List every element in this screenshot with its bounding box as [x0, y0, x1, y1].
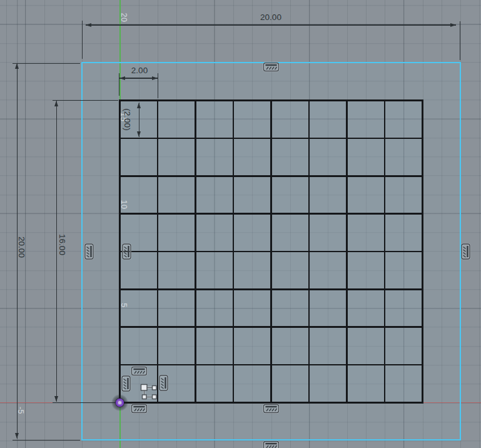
constraint-badge-icon[interactable]: [460, 243, 470, 260]
origin-point-icon[interactable]: [116, 399, 124, 407]
dimension-value[interactable]: (2.00): [123, 108, 132, 130]
grid-horizontal-line[interactable]: [119, 251, 423, 253]
constraint-badge-icon[interactable]: [84, 243, 94, 260]
dimension-value[interactable]: 16.00: [58, 234, 67, 255]
constraint-badge-icon[interactable]: [263, 404, 280, 414]
grid-horizontal-line[interactable]: [119, 213, 423, 215]
sketch-grid-lines[interactable]: [0, 0, 481, 448]
grid-horizontal-line[interactable]: [119, 326, 423, 328]
grid-horizontal-line[interactable]: [119, 364, 423, 366]
grid-horizontal-line[interactable]: [119, 138, 423, 140]
constraint-badge-icon[interactable]: [158, 375, 168, 392]
dimension-value[interactable]: 2.00: [131, 66, 148, 75]
rectangular-pattern-icon[interactable]: [139, 382, 159, 401]
grid-horizontal-line[interactable]: [119, 175, 423, 177]
constraint-badge-icon[interactable]: [263, 62, 280, 72]
dimension-value[interactable]: 20.00: [17, 237, 26, 258]
constraint-badge-icon[interactable]: [121, 243, 131, 260]
constraint-badge-icon[interactable]: [263, 440, 280, 448]
constraint-badge-icon[interactable]: [131, 366, 148, 376]
grid-horizontal-line[interactable]: [119, 288, 423, 290]
constraint-badge-icon[interactable]: [131, 404, 148, 414]
constraint-badge-icon[interactable]: [121, 375, 131, 392]
grid-horizontal-line[interactable]: [119, 99, 423, 101]
dimension-value[interactable]: 20.00: [260, 13, 281, 22]
sketch-canvas[interactable]: 20.00 20.00 16.00 2.00 (2.00): [0, 0, 481, 448]
